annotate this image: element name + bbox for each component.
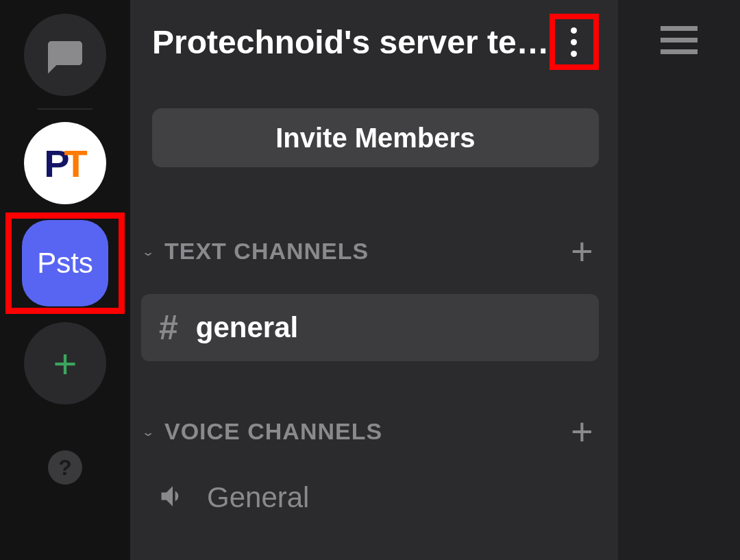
voice-channels-header[interactable]: ⌄ VOICE CHANNELS + [141, 409, 599, 454]
rail-divider [38, 108, 92, 110]
more-options-button[interactable] [571, 27, 577, 57]
add-voice-channel-button[interactable]: + [571, 409, 599, 454]
section-left: ⌄ VOICE CHANNELS [141, 418, 382, 445]
bar-icon [661, 49, 698, 54]
chevron-down-icon: ⌄ [141, 425, 155, 439]
bar-icon [661, 38, 698, 42]
bar-icon [661, 26, 698, 31]
channel-name: general [196, 311, 298, 344]
hash-icon: # [159, 308, 178, 348]
section-left: ⌄ TEXT CHANNELS [141, 238, 369, 265]
right-strip [618, 0, 740, 560]
speaker-icon [158, 481, 188, 514]
voice-channels-label: VOICE CHANNELS [164, 418, 382, 445]
question-icon: ? [58, 455, 72, 480]
server-title[interactable]: Protechnoid's server te… [152, 23, 550, 61]
invite-members-button[interactable]: Invite Members [152, 108, 599, 167]
dot-icon [571, 27, 577, 34]
direct-messages-button[interactable] [24, 14, 106, 96]
chevron-down-icon: ⌄ [141, 245, 155, 258]
chat-icon [45, 34, 86, 75]
text-channels-label: TEXT CHANNELS [164, 238, 369, 265]
help-button[interactable]: ? [48, 450, 82, 485]
plus-icon: + [53, 340, 77, 387]
dot-icon [571, 51, 577, 57]
help-wrap: ? [48, 450, 82, 485]
server-icon-pt[interactable]: P T [24, 122, 106, 204]
server-rail: P T Psts + ? [0, 0, 130, 560]
channel-general[interactable]: # general [141, 294, 599, 361]
pt-t: T [64, 141, 86, 186]
highlight-box-more [550, 14, 599, 70]
server-icon-psts[interactable]: Psts [22, 220, 108, 306]
server-header: Protechnoid's server te… [141, 14, 599, 70]
voice-channel-general[interactable]: General [141, 474, 599, 521]
text-channels-header[interactable]: ⌄ TEXT CHANNELS + [141, 229, 599, 273]
highlight-box-server: Psts [5, 212, 125, 314]
channel-panel: Protechnoid's server te… Invite Members … [130, 0, 618, 560]
voice-channel-name: General [207, 481, 309, 514]
menu-button[interactable] [661, 26, 698, 560]
add-server-button[interactable]: + [24, 322, 106, 404]
dot-icon [571, 39, 577, 45]
add-text-channel-button[interactable]: + [571, 229, 599, 273]
